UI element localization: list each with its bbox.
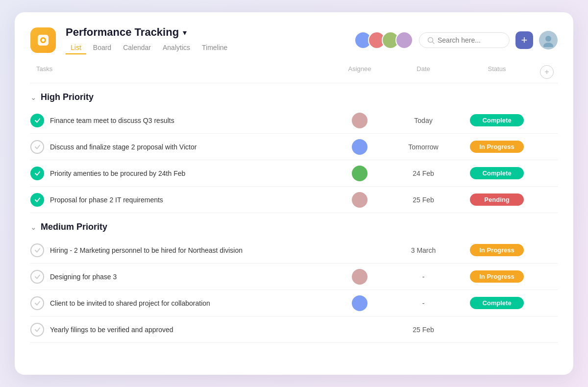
table-row: Discuss and finalize stage 2 proposal wi… bbox=[30, 134, 558, 160]
assignee-cell bbox=[330, 113, 389, 128]
task-name-cell: Designing for phase 3 bbox=[30, 270, 330, 284]
task-name: Proposal for phase 2 IT requirements bbox=[50, 196, 163, 204]
task-check-done[interactable] bbox=[30, 114, 44, 127]
tab-list[interactable]: List bbox=[66, 42, 86, 54]
task-name-cell: Proposal for phase 2 IT requirements bbox=[30, 193, 330, 207]
assignee-cell bbox=[330, 166, 389, 181]
avatar bbox=[352, 139, 368, 155]
assignee-cell bbox=[330, 269, 389, 285]
task-name: Client to be invited to shared project f… bbox=[50, 299, 210, 307]
header-right: + bbox=[354, 31, 558, 49]
tab-board[interactable]: Board bbox=[88, 42, 116, 54]
header: Performance Tracking ▾ List Board Calend… bbox=[15, 12, 573, 54]
svg-point-5 bbox=[545, 36, 551, 42]
date-cell: 24 Feb bbox=[389, 169, 458, 177]
status-cell: Complete bbox=[458, 167, 536, 179]
medium-priority-title: Medium Priority bbox=[41, 222, 107, 232]
col-add: + bbox=[536, 65, 558, 79]
main-card: Performance Tracking ▾ List Board Calend… bbox=[15, 12, 573, 375]
status-badge: Complete bbox=[470, 114, 524, 126]
task-check-done[interactable] bbox=[30, 193, 44, 207]
task-name-cell: Finance team meet to discuss Q3 results bbox=[30, 114, 330, 127]
search-icon bbox=[427, 37, 435, 44]
task-name-cell: Client to be invited to shared project f… bbox=[30, 296, 330, 310]
task-name: Discuss and finalize stage 2 proposal wi… bbox=[50, 143, 196, 151]
table-area: Tasks Asignee Date Status + ⌄ High Prior… bbox=[30, 65, 558, 343]
app-icon bbox=[30, 27, 56, 53]
date-cell: 25 Feb bbox=[389, 196, 458, 204]
task-name: Yearly filings to be verified and approv… bbox=[50, 326, 173, 334]
date-cell: Today bbox=[389, 117, 458, 124]
status-badge: Complete bbox=[470, 297, 524, 309]
high-priority-chevron-icon: ⌄ bbox=[30, 93, 37, 102]
status-badge: In Progress bbox=[470, 244, 524, 256]
avatar bbox=[352, 113, 368, 128]
status-cell: In Progress bbox=[458, 244, 536, 256]
date-cell: - bbox=[389, 299, 458, 307]
task-name: Priority amenties to be procured by 24th… bbox=[50, 169, 185, 177]
svg-point-2 bbox=[42, 39, 45, 42]
task-name: Finance team meet to discuss Q3 results bbox=[50, 117, 174, 124]
high-priority-tasks: Finance team meet to discuss Q3 results … bbox=[30, 107, 558, 213]
status-cell: Complete bbox=[458, 114, 536, 126]
assignee-cell bbox=[330, 295, 389, 311]
task-check-outline[interactable] bbox=[30, 140, 44, 154]
task-name-cell: Priority amenties to be procured by 24th… bbox=[30, 167, 330, 180]
task-name-cell: Yearly filings to be verified and approv… bbox=[30, 323, 330, 337]
task-check-outline[interactable] bbox=[30, 296, 44, 310]
title-area: Performance Tracking ▾ List Board Calend… bbox=[66, 26, 232, 54]
assignee-cell bbox=[330, 139, 389, 155]
col-status: Status bbox=[458, 65, 536, 79]
avatar-4 bbox=[395, 31, 413, 49]
task-check-outline[interactable] bbox=[30, 270, 44, 284]
dropdown-arrow-icon[interactable]: ▾ bbox=[183, 28, 187, 37]
avatar bbox=[352, 192, 368, 208]
team-avatars bbox=[354, 31, 413, 49]
status-cell: Pending bbox=[458, 194, 536, 206]
medium-priority-section-header[interactable]: ⌄ Medium Priority bbox=[30, 213, 558, 237]
table-row: Proposal for phase 2 IT requirements 25 … bbox=[30, 187, 558, 213]
medium-priority-tasks: Hiring - 2 Marketing personnel to be hir… bbox=[30, 237, 558, 343]
medium-priority-chevron-icon: ⌄ bbox=[30, 223, 37, 232]
svg-line-4 bbox=[433, 42, 435, 44]
search-input[interactable] bbox=[438, 36, 501, 44]
tab-timeline[interactable]: Timeline bbox=[197, 42, 232, 54]
task-name-cell: Hiring - 2 Marketing personnel to be hir… bbox=[30, 243, 330, 257]
task-name: Designing for phase 3 bbox=[50, 273, 117, 281]
status-cell: Complete bbox=[458, 297, 536, 309]
avatar bbox=[352, 166, 368, 181]
status-badge: Complete bbox=[470, 167, 524, 179]
col-tasks: Tasks bbox=[30, 65, 330, 79]
search-box[interactable] bbox=[419, 32, 510, 48]
avatar bbox=[352, 295, 368, 311]
status-cell: In Progress bbox=[458, 141, 536, 153]
task-name-cell: Discuss and finalize stage 2 proposal wi… bbox=[30, 140, 330, 154]
add-column-icon[interactable]: + bbox=[540, 65, 554, 79]
tab-analytics[interactable]: Analytics bbox=[158, 42, 195, 54]
col-assignee: Asignee bbox=[330, 65, 389, 79]
avatar bbox=[352, 269, 368, 285]
date-cell: - bbox=[389, 273, 458, 281]
task-check-outline[interactable] bbox=[30, 323, 44, 337]
table-row: Priority amenties to be procured by 24th… bbox=[30, 160, 558, 187]
user-avatar bbox=[539, 31, 558, 49]
status-cell: In Progress bbox=[458, 270, 536, 283]
task-check-done[interactable] bbox=[30, 167, 44, 180]
assignee-cell bbox=[330, 192, 389, 208]
high-priority-title: High Priority bbox=[41, 92, 94, 102]
date-cell: 25 Feb bbox=[389, 326, 458, 334]
svg-point-6 bbox=[543, 43, 553, 47]
add-button[interactable]: + bbox=[515, 31, 533, 49]
col-date: Date bbox=[389, 65, 458, 79]
status-badge: In Progress bbox=[470, 141, 524, 153]
tab-calendar[interactable]: Calendar bbox=[118, 42, 156, 54]
high-priority-section-header[interactable]: ⌄ High Priority bbox=[30, 83, 558, 107]
nav-tabs: List Board Calendar Analytics Timeline bbox=[66, 42, 232, 54]
table-row: Yearly filings to be verified and approv… bbox=[30, 316, 558, 343]
task-check-outline[interactable] bbox=[30, 243, 44, 257]
app-title: Performance Tracking bbox=[66, 26, 179, 39]
table-header: Tasks Asignee Date Status + bbox=[30, 65, 558, 83]
table-row: Client to be invited to shared project f… bbox=[30, 290, 558, 316]
table-row: Designing for phase 3 - In Progress bbox=[30, 264, 558, 290]
status-badge: In Progress bbox=[470, 270, 524, 283]
